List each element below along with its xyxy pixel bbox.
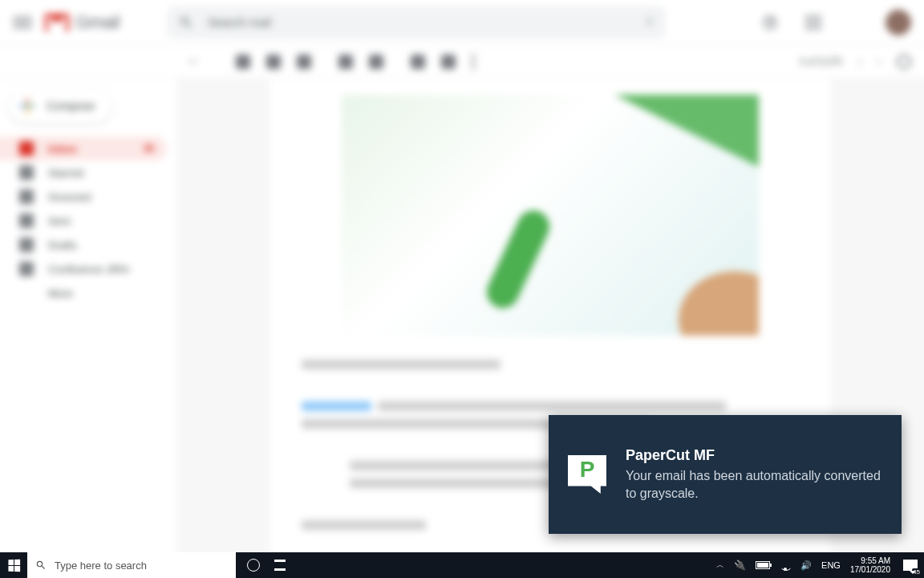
action-center-icon[interactable]: 45 xyxy=(903,560,918,571)
more-icon[interactable] xyxy=(472,55,475,69)
sidebar-item-starred[interactable]: Starred xyxy=(0,161,167,185)
gmail-m-icon xyxy=(45,14,69,31)
sidebar-item-label: More xyxy=(48,287,73,299)
compose-button[interactable]: Compose xyxy=(8,88,112,124)
draft-icon xyxy=(19,238,34,252)
toast-title: PaperCut MF xyxy=(626,447,882,464)
next-message-icon[interactable]: › xyxy=(877,56,881,67)
gmail-sidebar: Compose Inbox 36 Starred Snoozed S xyxy=(0,79,176,554)
apps-icon[interactable] xyxy=(799,8,828,37)
email-subheading xyxy=(302,520,426,530)
toast-message: Your email has been automatically conver… xyxy=(626,467,882,502)
taskbar-search[interactable]: Type here to search xyxy=(27,552,236,578)
sidebar-item-label: Confluence JIRA xyxy=(48,263,129,275)
sidebar-item-label: Inbox xyxy=(48,143,77,155)
gmail-header: Gmail Search mail × xyxy=(0,0,924,45)
notifications-icon[interactable] xyxy=(842,8,871,37)
sidebar-item-sent[interactable]: Sent xyxy=(0,209,167,233)
sidebar-item-label: Snoozed xyxy=(48,191,91,203)
settings-icon[interactable] xyxy=(897,55,911,69)
windows-icon xyxy=(8,559,20,572)
report-spam-icon[interactable] xyxy=(266,55,281,69)
start-button[interactable] xyxy=(0,552,27,578)
wifi-icon[interactable] xyxy=(780,560,791,571)
power-icon[interactable]: 🔌 xyxy=(734,560,746,571)
search-input[interactable]: Search mail × xyxy=(168,6,665,39)
email-text xyxy=(378,401,726,411)
star-icon xyxy=(19,165,34,180)
labels-icon[interactable] xyxy=(441,55,456,69)
prev-message-icon[interactable]: ‹ xyxy=(858,56,861,67)
gmail-brand-text: Gmail xyxy=(75,12,120,33)
notification-count: 45 xyxy=(912,568,921,576)
search-icon xyxy=(35,560,47,571)
delete-icon[interactable] xyxy=(297,55,311,69)
search-clear-icon[interactable]: × xyxy=(645,14,654,31)
send-icon xyxy=(19,214,34,228)
gmail-logo[interactable]: Gmail xyxy=(45,12,120,33)
clock[interactable]: 9:55 AM 17/01/2020 xyxy=(850,556,890,574)
message-counter: 3 of 5,070 xyxy=(800,56,842,67)
label-icon xyxy=(19,262,34,276)
support-icon[interactable] xyxy=(756,8,784,37)
taskbar-search-placeholder: Type here to search xyxy=(55,560,147,572)
back-button[interactable]: ← xyxy=(186,53,201,70)
time: 9:55 AM xyxy=(850,556,890,565)
date: 17/01/2020 xyxy=(850,565,890,574)
account-avatar[interactable] xyxy=(886,10,911,35)
cortana-icon[interactable] xyxy=(247,559,260,572)
compose-label: Compose xyxy=(47,100,95,112)
volume-icon[interactable] xyxy=(800,560,812,571)
papercut-icon xyxy=(568,455,606,494)
notification-toast[interactable]: PaperCut MF Your email has been automati… xyxy=(549,415,902,534)
search-placeholder: Search mail xyxy=(208,15,645,29)
battery-icon[interactable] xyxy=(756,561,770,569)
sidebar-item-label-custom[interactable]: Confluence JIRA xyxy=(0,257,167,281)
sidebar-item-label: Starred xyxy=(48,167,83,179)
tray-overflow-icon[interactable]: ︿ xyxy=(716,560,724,571)
plus-icon xyxy=(19,98,35,114)
task-view-icon[interactable] xyxy=(274,560,286,571)
mark-unread-icon[interactable] xyxy=(338,55,353,69)
email-heading xyxy=(302,360,500,369)
email-link[interactable] xyxy=(302,401,371,411)
sidebar-item-drafts[interactable]: Drafts xyxy=(0,233,167,257)
archive-icon[interactable] xyxy=(236,55,250,69)
system-tray: ︿ 🔌 ENG 9:55 AM 17/01/2020 45 xyxy=(716,556,924,574)
sidebar-item-inbox[interactable]: Inbox 36 xyxy=(0,136,167,161)
search-icon xyxy=(179,15,193,30)
snooze-icon[interactable] xyxy=(369,55,383,69)
email-hero-image xyxy=(342,95,759,336)
language-indicator[interactable]: ENG xyxy=(821,560,841,570)
move-to-icon[interactable] xyxy=(411,55,425,69)
sidebar-item-label: Sent xyxy=(48,215,71,227)
mail-toolbar: ← 3 of 5,070 ‹ › xyxy=(0,45,924,79)
inbox-icon xyxy=(19,141,34,156)
main-menu-icon[interactable] xyxy=(13,13,32,32)
windows-taskbar: Type here to search ︿ 🔌 ENG 9:55 AM 17/0… xyxy=(0,552,924,578)
inbox-count: 36 xyxy=(144,143,154,154)
sidebar-item-snoozed[interactable]: Snoozed xyxy=(0,185,167,209)
clock-icon xyxy=(19,189,34,204)
chevron-down-icon xyxy=(19,286,34,300)
sidebar-item-more[interactable]: More xyxy=(0,281,167,305)
sidebar-item-label: Drafts xyxy=(48,239,77,251)
